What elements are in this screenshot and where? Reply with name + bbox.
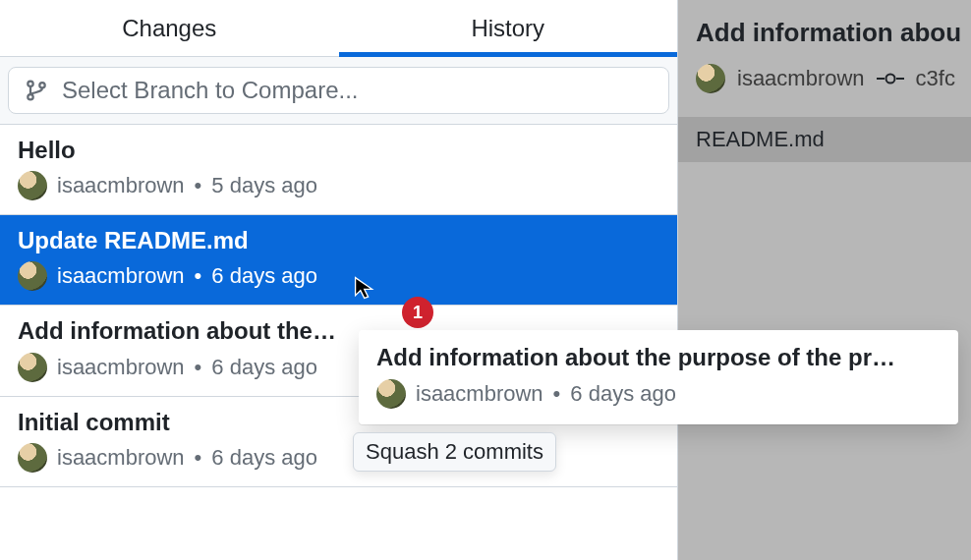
git-branch-icon <box>25 79 48 102</box>
commit-title: Hello <box>18 135 647 165</box>
drag-commit-meta: isaacmbrown • 6 days ago <box>376 379 941 409</box>
commit-author: isaacmbrown <box>57 173 185 198</box>
commit-time: 6 days ago <box>211 263 317 289</box>
squash-tooltip-text: Squash 2 commits <box>366 439 543 464</box>
tab-changes[interactable]: Changes <box>0 0 339 56</box>
detail-author: isaacmbrown <box>737 66 865 91</box>
commit-item[interactable]: Hello isaacmbrown • 5 days ago <box>0 125 677 215</box>
cursor-icon <box>353 275 378 301</box>
separator-dot: • <box>195 355 202 380</box>
drag-commit-card[interactable]: Add information about the purpose of the… <box>359 330 958 424</box>
app-root: Changes History Select Branch to Compare <box>0 0 971 560</box>
commit-title: Add information about the pu <box>18 315 342 346</box>
branch-compare-placeholder: Select Branch to Compare... <box>62 77 358 104</box>
right-pane: Add information abou isaacmbrown c3fc RE… <box>678 0 971 560</box>
svg-point-2 <box>39 83 44 87</box>
tab-history[interactable]: History <box>339 0 678 56</box>
drag-commit-time: 6 days ago <box>570 381 676 407</box>
detail-meta: isaacmbrown c3fc <box>696 64 971 93</box>
separator-dot: • <box>195 263 202 289</box>
drag-commit-title: Add information about the purpose of the… <box>376 344 941 371</box>
avatar <box>376 379 406 409</box>
svg-point-1 <box>28 94 32 99</box>
avatar <box>18 353 47 382</box>
svg-point-4 <box>885 75 894 84</box>
separator-dot: • <box>195 173 202 198</box>
commit-detail: Add information abou isaacmbrown c3fc RE… <box>678 0 971 162</box>
detail-title: Add information abou <box>696 18 971 48</box>
commit-time: 6 days ago <box>211 445 317 471</box>
commit-meta: isaacmbrown • 6 days ago <box>18 261 659 291</box>
tab-history-label: History <box>471 15 544 42</box>
commit-title: Update README.md <box>18 225 647 255</box>
commit-author: isaacmbrown <box>57 445 185 471</box>
commit-sha-icon <box>877 70 904 87</box>
branch-compare-select[interactable]: Select Branch to Compare... <box>8 67 669 114</box>
commit-meta: isaacmbrown • 6 days ago <box>18 443 659 473</box>
commit-author: isaacmbrown <box>57 263 185 289</box>
drag-count-badge: 1 <box>402 297 433 328</box>
commit-item-selected[interactable]: Update README.md isaacmbrown • 6 days ag… <box>0 215 677 306</box>
svg-point-0 <box>28 82 32 86</box>
tab-changes-label: Changes <box>122 15 216 42</box>
drag-commit-author: isaacmbrown <box>416 381 543 407</box>
avatar <box>18 443 47 473</box>
squash-tooltip: Squash 2 commits <box>353 432 556 472</box>
drag-count: 1 <box>413 303 423 323</box>
avatar <box>18 261 47 291</box>
branch-compare-row: Select Branch to Compare... <box>0 57 677 125</box>
tabs: Changes History <box>0 0 677 57</box>
left-pane: Changes History Select Branch to Compare <box>0 0 678 560</box>
separator-dot: • <box>195 445 202 471</box>
changed-file-row[interactable]: README.md <box>678 117 971 162</box>
detail-sha: c3fc <box>916 66 955 91</box>
commit-author: isaacmbrown <box>57 355 185 380</box>
separator-dot: • <box>553 381 561 407</box>
commit-meta: isaacmbrown • 5 days ago <box>18 171 659 200</box>
commit-time: 5 days ago <box>211 173 317 198</box>
changed-file-name: README.md <box>696 127 825 151</box>
avatar <box>18 171 47 200</box>
avatar <box>696 64 725 93</box>
commit-time: 6 days ago <box>211 355 317 380</box>
